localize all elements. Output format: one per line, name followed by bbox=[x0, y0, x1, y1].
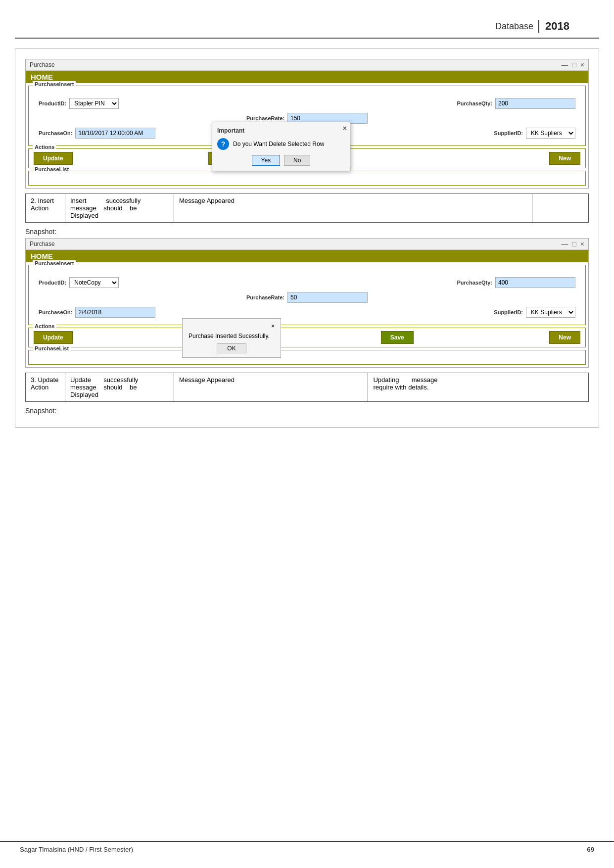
purchase-on-label-2: PurchaseOn: bbox=[39, 309, 72, 315]
close-btn-1[interactable]: × bbox=[580, 61, 584, 69]
test-case-3-row: 3. UpdateAction Update successfully mess… bbox=[26, 373, 589, 402]
dialog-buttons: Yes No bbox=[217, 155, 345, 166]
supplier-id-group: SupplierID: KK Supliers bbox=[494, 128, 575, 139]
tc2-expected: Insert successfully message should be Di… bbox=[65, 194, 174, 223]
purchase-insert-form-2: PurchaseInsert ProductID: NoteCopy Purch… bbox=[28, 265, 586, 325]
home-bar-2: HOME bbox=[26, 250, 588, 262]
purchase-qty-label: PurchaseQty: bbox=[457, 100, 492, 106]
snapshot-3: Snapshot: bbox=[25, 407, 589, 415]
dialog-title: Important × bbox=[217, 127, 345, 134]
maximize-btn-2[interactable]: □ bbox=[572, 240, 576, 248]
tc3-message-appeared: Message Appeared bbox=[174, 373, 368, 402]
purchase-on-input[interactable] bbox=[75, 128, 155, 139]
footer-author: Sagar Timalsina (HND / First Semester) bbox=[20, 846, 133, 853]
purchase-qty-group-2: PurchaseQty: bbox=[457, 277, 575, 288]
purchase-qty-input-2[interactable] bbox=[495, 277, 575, 288]
delete-dialog: Important × ? Do you Want Delete Selecte… bbox=[212, 122, 350, 171]
header: Database 2018 bbox=[15, 10, 599, 39]
main-content: Purchase — □ × HOME PurchaseInsert Produ… bbox=[15, 48, 599, 428]
tc2-empty bbox=[532, 194, 588, 223]
purchase-list-1: PurchaseList bbox=[28, 171, 586, 186]
tc3-number: 3. UpdateAction bbox=[26, 373, 65, 402]
form-section-title-2: PurchaseInsert bbox=[33, 260, 76, 266]
purchase-on-group: PurchaseOn: bbox=[39, 128, 155, 139]
tc2-message-appeared: Message Appeared bbox=[174, 194, 532, 223]
app-title-1: Purchase bbox=[30, 61, 55, 68]
ok-button[interactable]: OK bbox=[217, 343, 246, 353]
close-x-icon[interactable]: × bbox=[271, 323, 275, 330]
home-bar-1: HOME bbox=[26, 71, 588, 83]
app-window-2: Purchase — □ × HOME PurchaseInsert Produ… bbox=[25, 238, 589, 368]
actions-section-2: Actions × Purchase Inserted Sucessfully.… bbox=[28, 328, 586, 347]
product-id-label: ProductID: bbox=[39, 100, 66, 106]
purchase-qty-label-2: PurchaseQty: bbox=[457, 280, 492, 286]
purchase-list-2: PurchaseList bbox=[28, 350, 586, 365]
form-row-product-qty: ProductID: Stapler PIN PurchaseQty: bbox=[34, 96, 580, 111]
purchase-rate-label-2: PurchaseRate: bbox=[246, 294, 284, 300]
test-case-2-row: 2. InsertAction Insert successfully mess… bbox=[26, 194, 589, 223]
product-id-label-2: ProductID: bbox=[39, 280, 66, 286]
purchase-list-title-2: PurchaseList bbox=[33, 345, 71, 351]
product-id-group-2: ProductID: NoteCopy bbox=[39, 277, 119, 288]
new-button-1[interactable]: New bbox=[549, 152, 580, 165]
success-message: Purchase Inserted Sucessfully. bbox=[189, 333, 275, 339]
home-label-1: HOME bbox=[31, 73, 53, 81]
actions-container-2: Actions × Purchase Inserted Sucessfully.… bbox=[26, 328, 588, 347]
supplier-id-group-2: SupplierID: KK Supliers bbox=[494, 307, 575, 318]
app-title-2: Purchase bbox=[30, 241, 55, 247]
tc3-updating-message: Updating message require with details. bbox=[368, 373, 589, 402]
supplier-id-select[interactable]: KK Supliers bbox=[526, 128, 575, 139]
purchase-rate-group-2: PurchaseRate: bbox=[246, 292, 368, 303]
product-id-group: ProductID: Stapler PIN bbox=[39, 98, 119, 109]
supplier-id-label-2: SupplierID: bbox=[494, 309, 523, 315]
purchase-on-group-2: PurchaseOn: bbox=[39, 307, 155, 318]
window-controls-1[interactable]: — □ × bbox=[561, 61, 584, 69]
purchase-rate-input-2[interactable] bbox=[287, 292, 368, 303]
purchase-on-label: PurchaseOn: bbox=[39, 130, 72, 136]
actions-section-1: Actions Update Delete Important × ? Do y… bbox=[28, 148, 586, 168]
purchase-list-title-1: PurchaseList bbox=[33, 166, 71, 172]
update-button-1[interactable]: Update bbox=[34, 152, 73, 165]
purchase-rate-label: PurchaseRate: bbox=[246, 115, 284, 121]
actions-title-2: Actions bbox=[33, 323, 56, 329]
purchase-qty-input[interactable] bbox=[495, 98, 575, 109]
product-id-select[interactable]: Stapler PIN bbox=[69, 98, 119, 109]
success-dialog-header: × bbox=[189, 323, 275, 330]
dialog-content: ? Do you Want Delete Selected Row bbox=[217, 138, 345, 150]
save-button[interactable]: Save bbox=[381, 331, 414, 344]
tc3-expected: Update successfully message should be Di… bbox=[65, 373, 174, 402]
minimize-btn-1[interactable]: — bbox=[561, 61, 568, 69]
form-section-title-1: PurchaseInsert bbox=[33, 81, 76, 87]
tc2-number: 2. InsertAction bbox=[26, 194, 65, 223]
snapshot-2: Snapshot: bbox=[25, 228, 589, 236]
purchase-on-input-2[interactable] bbox=[75, 307, 155, 318]
product-id-select-2[interactable]: NoteCopy bbox=[69, 277, 119, 288]
window-controls-2[interactable]: — □ × bbox=[561, 240, 584, 248]
actions-container-1: Actions Update Delete Important × ? Do y… bbox=[26, 148, 588, 168]
footer-page-number: 69 bbox=[587, 846, 594, 853]
actions-title-1: Actions bbox=[33, 144, 56, 150]
titlebar-2: Purchase — □ × bbox=[26, 239, 588, 250]
maximize-btn-1[interactable]: □ bbox=[572, 61, 576, 69]
close-btn-2[interactable]: × bbox=[580, 240, 584, 248]
supplier-id-label: SupplierID: bbox=[494, 130, 523, 136]
year-label: 2018 bbox=[538, 20, 569, 33]
dialog-question-icon: ? bbox=[217, 138, 229, 150]
new-button-2[interactable]: New bbox=[549, 331, 580, 344]
update-button-2[interactable]: Update bbox=[34, 331, 73, 344]
form-row2-product-qty: ProductID: NoteCopy PurchaseQty: bbox=[34, 275, 580, 290]
app-window-1: Purchase — □ × HOME PurchaseInsert Produ… bbox=[25, 59, 589, 189]
minimize-btn-2[interactable]: — bbox=[561, 240, 568, 248]
form-row2-rate: PurchaseRate: bbox=[34, 290, 580, 305]
titlebar-1: Purchase — □ × bbox=[26, 59, 588, 71]
supplier-id-select-2[interactable]: KK Supliers bbox=[526, 307, 575, 318]
success-dialog: × Purchase Inserted Sucessfully. OK bbox=[182, 318, 281, 358]
test-case-2-table: 2. InsertAction Insert successfully mess… bbox=[25, 193, 589, 223]
tc2-num: 2. InsertAction bbox=[31, 197, 54, 212]
yes-button[interactable]: Yes bbox=[252, 155, 281, 166]
dialog-question-text: Do you Want Delete Selected Row bbox=[233, 141, 324, 147]
no-button[interactable]: No bbox=[284, 155, 310, 166]
database-label: Database bbox=[495, 21, 533, 32]
dialog-close-icon[interactable]: × bbox=[343, 124, 347, 132]
purchase-qty-group: PurchaseQty: bbox=[457, 98, 575, 109]
